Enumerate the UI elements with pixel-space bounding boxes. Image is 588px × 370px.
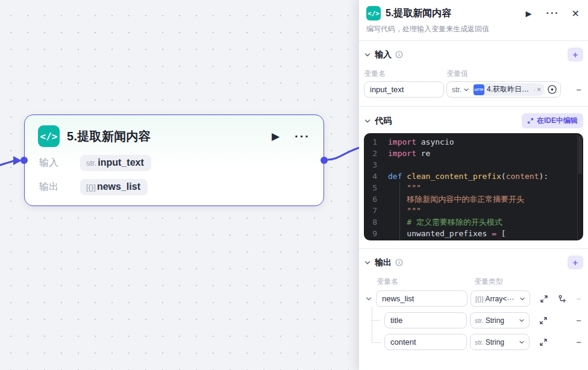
type-label: Array<···: [485, 295, 519, 303]
code-editor[interactable]: 1import asyncio2import re34def clean_con…: [364, 133, 583, 240]
close-icon[interactable]: ✕: [572, 8, 580, 19]
code-section-title: 代码: [375, 116, 392, 127]
output-rows: [{}] Array<··· − str. String: [364, 290, 583, 350]
type-tag: [{}]: [475, 295, 483, 303]
panel-header: </> 5.提取新闻内容 ▶ ··· ✕: [359, 0, 588, 20]
input-section-title: 输入: [375, 49, 392, 60]
output-section: 输出 + 变量名 变量类型 [{}] Array<···: [359, 249, 588, 359]
node-run-button[interactable]: ▶: [272, 130, 280, 143]
add-child-field-icon[interactable]: [558, 295, 566, 303]
edit-in-ide-label: 在IDE中编辑: [537, 116, 578, 126]
code-line: 10 r'^文章指出[，,]?\s*',: [364, 239, 583, 240]
panel-run-button[interactable]: ▶: [526, 9, 532, 18]
code-line: 3: [364, 159, 583, 171]
panel-more-button[interactable]: ···: [546, 8, 560, 19]
expand-icon: [527, 118, 534, 124]
node-header: </> 5.提取新闻内容 ▶ ···: [25, 115, 324, 147]
chevron-down-icon[interactable]: [364, 259, 371, 266]
reference-variable-chip[interactable]: HTTP 4.获取昨日AI··· · ×: [472, 83, 544, 96]
node-output-pill[interactable]: [{}] news_list: [80, 179, 148, 195]
input-variable-row: str. HTTP 4.获取昨日AI··· · × −: [364, 81, 583, 98]
code-node-icon: </>: [366, 6, 381, 20]
output-type-select[interactable]: str. String: [470, 334, 530, 350]
indent-guide: [399, 182, 400, 240]
info-icon: [395, 51, 403, 58]
chevron-down-icon[interactable]: [364, 118, 371, 125]
remove-output-button[interactable]: −: [574, 337, 583, 347]
output-port[interactable]: [321, 157, 328, 164]
code-line: 5 """: [364, 182, 583, 193]
http-node-icon: HTTP: [474, 84, 484, 95]
setting-icon[interactable]: [547, 84, 557, 95]
code-line: 6 移除新闻内容中的非正常摘要开头: [364, 193, 583, 205]
input-section: 输入 + 变量名 变量值 str. HTTP 4.获取昨日AI··· · ×: [359, 41, 588, 106]
remove-output-button: −: [574, 293, 583, 304]
expand-icon[interactable]: [540, 295, 548, 303]
node-input-label: 输入: [39, 157, 80, 169]
output-type-select[interactable]: str. String: [470, 312, 530, 328]
edit-in-ide-button[interactable]: 在IDE中编辑: [522, 113, 583, 128]
reference-node-name: 4.获取昨日AI···: [487, 84, 531, 95]
node-output-row: 输出 [{}] news_list: [39, 179, 324, 195]
col-variable-type: 变量类型: [474, 277, 503, 287]
chevron-down-icon: [519, 318, 525, 324]
output-name-input[interactable]: [384, 312, 467, 328]
output-name-input[interactable]: [376, 290, 468, 307]
chevron-down-icon[interactable]: [364, 51, 371, 58]
code-node-icon: </>: [38, 125, 60, 147]
output-row-content: str. String −: [364, 334, 583, 350]
expand-icon[interactable]: [539, 316, 548, 325]
type-select-label: str.: [452, 86, 461, 94]
outgoing-edge: [328, 147, 361, 160]
code-section: 代码 在IDE中编辑 1import asyncio2import re34de…: [359, 107, 588, 248]
node-more-button[interactable]: ···: [295, 130, 310, 143]
remove-output-button[interactable]: −: [574, 315, 583, 325]
code-line: 1import asyncio: [364, 136, 583, 148]
code-line: 9 unwanted_prefixes = [: [364, 228, 583, 239]
panel-title: 5.提取新闻内容: [386, 7, 451, 20]
remove-input-button[interactable]: −: [574, 84, 583, 95]
col-variable-name: 变量名: [377, 277, 398, 286]
type-tag: str.: [475, 317, 484, 324]
variable-value-field[interactable]: str. HTTP 4.获取昨日AI··· · ×: [446, 81, 561, 98]
output-type-select[interactable]: [{}] Array<···: [471, 290, 530, 307]
separator-dot: ·: [533, 86, 536, 93]
variable-name-input[interactable]: [364, 81, 444, 98]
workflow-editor: </> 5.提取新闻内容 ▶ ··· 输入 str. input_text 输出…: [0, 0, 588, 370]
type-tag: str.: [475, 339, 484, 346]
incoming-edge: [0, 161, 14, 165]
add-output-button[interactable]: +: [568, 256, 583, 269]
code-line: 2import re: [364, 148, 583, 159]
expand-icon[interactable]: [539, 338, 548, 346]
node-input-pill[interactable]: str. input_text: [80, 155, 151, 171]
remove-reference-icon[interactable]: ×: [537, 86, 541, 94]
chevron-down-icon: [519, 296, 525, 302]
input-port[interactable]: [20, 157, 28, 164]
output-section-title: 输出: [375, 257, 392, 268]
type-label: String: [486, 338, 519, 346]
code-lines: 1import asyncio2import re34def clean_con…: [364, 136, 583, 240]
variable-name: input_text: [98, 157, 143, 168]
code-line: 7 """: [364, 205, 583, 216]
add-input-button[interactable]: +: [568, 48, 583, 61]
output-name-input[interactable]: [384, 334, 467, 350]
col-variable-value: 变量值: [446, 69, 468, 78]
node-config-panel: </> 5.提取新闻内容 ▶ ··· ✕ 编写代码，处理输入变量来生成返回值 输…: [359, 0, 588, 370]
output-row-title: str. String −: [364, 312, 583, 328]
tree-line: [372, 307, 372, 342]
code-line: 8 # 定义需要移除的开头模式: [364, 216, 583, 228]
chevron-down-icon: [519, 339, 525, 345]
type-tag: str.: [86, 158, 96, 168]
scrollbar-thumb[interactable]: [578, 136, 582, 174]
scrollbar-track: [577, 134, 578, 239]
node-card-extract-news[interactable]: </> 5.提取新闻内容 ▶ ··· 输入 str. input_text 输出…: [24, 114, 324, 206]
col-variable-name: 变量名: [364, 69, 446, 78]
variable-name: news_list: [97, 181, 140, 192]
collapse-chevron-icon[interactable]: [364, 294, 374, 304]
type-tag: [{}]: [86, 183, 96, 192]
node-title: 5.提取新闻内容: [67, 128, 151, 145]
type-label: String: [486, 316, 519, 325]
tree-line: [372, 320, 381, 321]
chevron-down-icon[interactable]: [463, 87, 469, 93]
node-output-label: 输出: [39, 181, 80, 193]
